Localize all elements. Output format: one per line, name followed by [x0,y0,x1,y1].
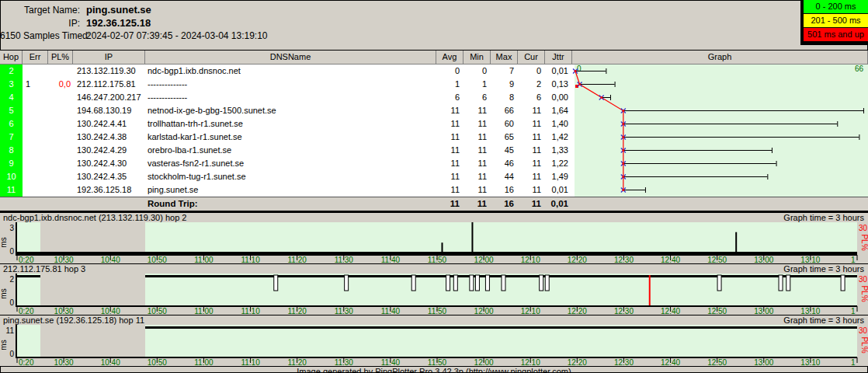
column-header-dnsname: DNSName [145,51,436,64]
min-value: 0 [464,64,491,78]
ip-value: 194.68.130.19 [73,104,145,117]
x-tick-label: 10:30 [54,307,74,315]
avg-marker-dot [623,189,625,191]
hop-number: 3 [0,78,23,91]
legend-bottom-bar [804,42,868,45]
avg-marker-dot [623,136,625,138]
min-value: 6 [464,91,491,104]
avg-value: 11 [436,157,464,170]
ip-value: 130.242.4.38 [73,131,145,144]
x-tick-label: 11:30 [335,256,354,263]
x-tick-label: 0:20 [19,307,34,315]
samples-label: 6150 Samples Timed: [0,30,80,43]
graph-time-label: Graph time = 3 hours [783,315,864,325]
hop-number: 8 [0,144,23,157]
graph-time-label: Graph time = 3 hours [783,213,864,222]
packet-loss-value [48,170,73,183]
min-value: 11 [464,117,491,131]
timeline-graphs: ndc-bgp1.ixb.dnsnoc.net (213.132.119.30)… [0,212,868,366]
x-tick-label: 12:40 [661,358,680,366]
x-tick-label: 11:50 [428,256,447,263]
max-value: 45 [491,144,518,157]
timeline-plot: 0:2010:3010:4010:5011:0011:1011:2011:301… [0,325,868,366]
latency-dip [540,275,543,291]
dns-name: -------------- [145,78,436,91]
timeline-title-band: 212.112.175.81 hop 3Graph time = 3 hours [0,264,868,274]
max-end-tick [610,95,611,100]
pl-axis-label: PL% [860,285,868,302]
err-value [23,117,48,131]
avg-value: 6 [436,91,464,104]
min-max-bar [623,124,837,124]
round-trip-max: 16 [491,197,518,211]
packet-loss-value [48,131,73,144]
ip-value: 213.132.119.30 [73,64,145,78]
x-tick-label: 1 [851,358,856,366]
report-header: Target Name: ping.sunet.se IP: 192.36.12… [0,0,868,51]
ip-value: 130.242.4.29 [73,144,145,157]
min-value: 1 [464,78,491,91]
min-value: 11 [464,183,491,197]
target-name-value: ping.sunet.se [86,3,151,16]
y-axis [16,274,17,307]
graph-time-label: Graph time = 3 hours [783,264,864,274]
avg-value: 11 [436,144,464,157]
y-min-label: 0 [9,247,14,256]
round-trip-jttr: 0,01 [545,197,572,211]
x-tick-mark [17,255,18,260]
ip-value: 130.242.4.30 [73,157,145,170]
pl-max-label: 30 [859,275,868,284]
x-tick-label: 12:10 [521,307,540,315]
min-value: 11 [464,144,491,157]
latency-line [145,326,857,329]
jttr-value: 0,01 [545,64,572,78]
latency-dip [786,275,790,291]
x-tick-label: 11:10 [241,358,260,366]
err-value [23,131,48,144]
min-max-bar [623,137,859,138]
ms-axis-label: ms [0,288,8,298]
x-tick-label: 11:40 [381,307,401,315]
err-value [23,144,48,157]
err-value [23,91,48,104]
max-end-tick [776,161,777,166]
timeline-title-band: ping.sunet.se (192.36.125.18) hop 11Grap… [0,315,868,325]
max-end-tick [863,108,864,113]
dns-name: orebro-lba-r1.sunet.se [145,144,436,157]
column-header-jttr: Jttr [545,51,572,64]
ip-value: 130.242.4.41 [73,117,145,131]
hop-table: HopErrPL%IPDNSNameAvgMinMaxCurJttrGraph … [0,51,868,212]
latency-spike [735,232,737,254]
x-tick-label: 10:40 [101,256,120,263]
column-header-err: Err [23,51,48,64]
x-tick-mark [857,306,858,312]
avg-value: 0 [436,64,464,78]
latency-dip [411,275,415,291]
column-header-graph: Graph [572,51,868,64]
max-value: 46 [491,157,518,170]
no-data-band [40,325,145,357]
x-tick-label: 12:20 [568,256,587,263]
dns-name: karlstad-kar1-r1.sunet.se [145,131,436,144]
packet-loss-value [48,183,73,197]
jttr-value: 1,22 [545,157,572,170]
latency-dip [485,275,489,291]
min-max-bar [623,150,772,151]
ip-value: 192.36.125.18 [86,16,151,30]
err-value [23,183,48,197]
x-tick-label: 12:00 [474,256,494,263]
ip-value: 192.36.125.18 [73,183,145,197]
x-tick-label: 12:00 [474,358,494,366]
x-tick-label: 12:50 [707,256,727,263]
x-tick-label: 13:00 [754,358,773,366]
avg-marker-dot [623,149,625,152]
latency-dip [841,275,845,291]
max-value: 7 [491,64,518,78]
min-value: 11 [464,104,491,117]
hop-graph-scale-max: 66 [855,64,864,73]
latency-dip [475,275,479,291]
x-tick-label: 11:50 [428,307,447,315]
x-tick-label: 13:00 [754,256,773,263]
y-max-label: 3 [9,224,14,232]
err-value [23,170,48,183]
